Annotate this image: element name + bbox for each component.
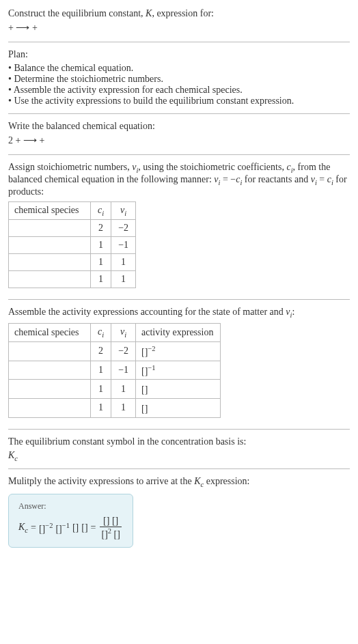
- answer-box: Answer: Kc = []−2 []−1 [] [] = [] [] []2…: [8, 494, 133, 548]
- table-row: 2 −2: [9, 220, 136, 237]
- cell-species: [9, 237, 91, 254]
- cell-ci: 1: [91, 380, 111, 399]
- cell-nui: −2: [111, 220, 136, 237]
- cell-ci: 1: [91, 398, 111, 417]
- symbol-heading: The equilibrium constant symbol in the c…: [8, 436, 350, 447]
- cell-ci: 1: [91, 271, 111, 288]
- answer-label: Answer:: [18, 501, 123, 512]
- table-row: 1 1 []: [9, 398, 221, 417]
- divider: [8, 113, 350, 114]
- numerator: [] []: [100, 516, 121, 527]
- intro-K: K: [146, 8, 152, 18]
- intro-equation: + ⟶ +: [8, 22, 350, 33]
- kc: Kc: [18, 522, 28, 534]
- table-row: 1 1 []: [9, 380, 221, 399]
- cell-species: [9, 254, 91, 271]
- cell-nui: −2: [111, 341, 136, 361]
- assign-frag: = −: [220, 174, 236, 184]
- cell-activity: []: [136, 398, 221, 417]
- intro-text-1: Construct the equilibrium constant,: [8, 8, 146, 18]
- col-species: chemical species: [9, 324, 91, 342]
- intro-heading: Construct the equilibrium constant, K, e…: [8, 8, 350, 19]
- col-species: chemical species: [9, 201, 91, 220]
- col-activity: activity expression: [136, 324, 221, 342]
- table-row: 2 −2 []−2: [9, 341, 221, 361]
- assemble-section: Assemble the activity expressions accoun…: [8, 304, 350, 424]
- cell-nui: −1: [111, 361, 136, 380]
- kc-expression: Kc = []−2 []−1 [] [] = [] [] []2 []: [18, 516, 123, 540]
- plan-item: • Balance the chemical equation.: [8, 63, 350, 74]
- equals: =: [91, 522, 96, 533]
- col-nui: νi: [111, 324, 136, 342]
- plan-section: Plan: • Balance the chemical equation. •…: [8, 46, 350, 109]
- table-row: 1 −1: [9, 237, 136, 254]
- assemble-frag: Assemble the activity expressions accoun…: [8, 307, 286, 317]
- term1: []−2: [39, 522, 53, 535]
- assign-frag: , using the stoichiometric coefficients,: [138, 162, 286, 172]
- assign-frag: =: [317, 174, 327, 184]
- divider: [8, 299, 350, 300]
- cell-nui: −1: [111, 237, 136, 254]
- table-row: 1 −1 []−1: [9, 361, 221, 380]
- multiply-frag: expression:: [204, 476, 249, 486]
- balanced-heading: Write the balanced chemical equation:: [8, 121, 350, 132]
- intro-text-2: , expression for:: [152, 8, 214, 18]
- assign-section: Assign stoichiometric numbers, νi, using…: [8, 159, 350, 295]
- balanced-section: Write the balanced chemical equation: 2 …: [8, 118, 350, 150]
- multiply-section: Mulitply the activity expressions to arr…: [8, 473, 350, 491]
- col-ci: ci: [91, 324, 111, 342]
- eq1r: ci: [236, 174, 242, 184]
- divider: [8, 42, 350, 42]
- kc-symbol: Kc: [8, 450, 350, 462]
- multiply-text: Mulitply the activity expressions to arr…: [8, 476, 350, 488]
- plan-item: • Assemble the activity expression for e…: [8, 85, 350, 96]
- cell-species: [9, 380, 91, 399]
- plan-item: • Determine the stoichiometric numbers.: [8, 74, 350, 85]
- term4: []: [81, 522, 87, 533]
- nu-i: νi: [132, 162, 138, 172]
- cell-nui: 1: [111, 398, 136, 417]
- cell-ci: 1: [91, 361, 111, 380]
- balanced-equation: 2 + ⟶ +: [8, 135, 350, 146]
- activity-table: chemical species ci νi activity expressi…: [8, 323, 221, 417]
- stoich-table: chemical species ci νi 2 −2 1 −1 1 1 1 1: [8, 201, 136, 289]
- divider: [8, 429, 350, 430]
- term2: []−1: [55, 522, 70, 535]
- assign-text: Assign stoichiometric numbers, νi, using…: [8, 162, 350, 197]
- cell-activity: []: [136, 380, 221, 399]
- cell-species: [9, 271, 91, 288]
- cell-nui: 1: [111, 254, 136, 271]
- divider: [8, 154, 350, 155]
- table-row: 1 1: [9, 254, 136, 271]
- cell-activity: []−1: [136, 361, 221, 380]
- cell-nui: 1: [111, 380, 136, 399]
- cell-species: [9, 361, 91, 380]
- kc: Kc: [194, 476, 204, 486]
- cell-species: [9, 398, 91, 417]
- col-nui: νi: [111, 201, 136, 220]
- c-i: ci: [286, 162, 292, 172]
- table-row: 1 1: [9, 271, 136, 288]
- cell-ci: 1: [91, 254, 111, 271]
- assign-frag: for reactants and: [242, 174, 310, 184]
- cell-ci: 2: [91, 341, 111, 361]
- divider: [8, 468, 350, 469]
- intro-section: Construct the equilibrium constant, K, e…: [8, 5, 350, 38]
- cell-ci: 1: [91, 237, 111, 254]
- assemble-frag: :: [292, 307, 294, 317]
- cell-nui: 1: [111, 271, 136, 288]
- symbol-section: The equilibrium constant symbol in the c…: [8, 434, 350, 465]
- cell-ci: 2: [91, 220, 111, 237]
- cell-species: [9, 220, 91, 237]
- term3: []: [72, 522, 79, 533]
- eq2: νi: [311, 174, 317, 184]
- plan-heading: Plan:: [8, 49, 350, 60]
- col-ci: ci: [91, 201, 111, 220]
- plan-item: • Use the activity expressions to build …: [8, 96, 350, 107]
- assemble-text: Assemble the activity expressions accoun…: [8, 307, 350, 319]
- fraction: [] [] []2 []: [100, 516, 121, 540]
- table-header-row: chemical species ci νi: [9, 201, 136, 220]
- assign-frag: Assign stoichiometric numbers,: [8, 162, 132, 172]
- multiply-frag: Mulitply the activity expressions to arr…: [8, 476, 194, 486]
- cell-activity: []−2: [136, 341, 221, 361]
